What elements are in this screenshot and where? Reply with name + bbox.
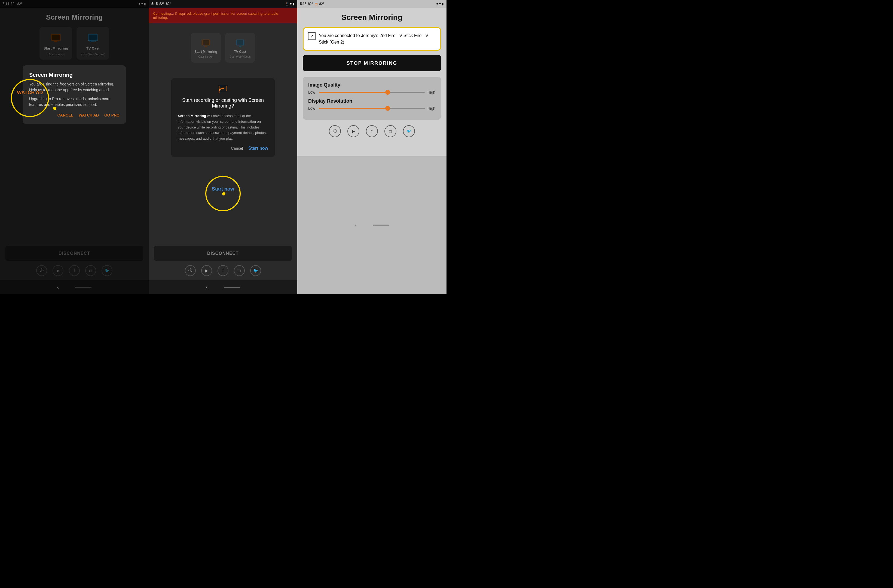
- display-resolution-fill: [319, 108, 388, 109]
- panel-2: 5:15 82° 82° 📱 ▾ ▮ Connecting... If requ…: [149, 0, 297, 294]
- instagram-icon-3[interactable]: ◻: [385, 125, 396, 137]
- cast-icon-status: ▤: [315, 2, 318, 6]
- cast-dialog-body: Screen Mirroring will have access to all…: [178, 113, 268, 141]
- facebook-icon-2[interactable]: f: [218, 265, 229, 276]
- display-resolution-slider-row: Low High: [308, 106, 436, 111]
- status-bar-2: 5:15 82° 82° 📱 ▾ ▮: [149, 0, 297, 8]
- social-icons-2: ⓘ ▶ f ◻ 🐦: [149, 263, 297, 278]
- svg-point-13: [219, 92, 220, 93]
- home-pill-2[interactable]: [224, 287, 240, 288]
- dr-high-label: High: [427, 106, 436, 111]
- p2-tvcast-label: TV Cast: [234, 50, 247, 54]
- p2-mirroring-label: Start Mirroring: [194, 50, 217, 54]
- p2-tvcast-icon: [235, 37, 245, 48]
- panel2-bg-icons: Start Mirroring Cast Screen TV Cast Cast…: [191, 33, 255, 63]
- image-quality-label: Image Quality: [308, 82, 436, 88]
- cancel-cast-button[interactable]: Cancel: [231, 146, 243, 150]
- instagram-icon-2[interactable]: ◻: [234, 265, 245, 276]
- wifi-icon-3: ▾: [436, 2, 438, 6]
- image-quality-track[interactable]: [319, 92, 425, 93]
- ad-dialog-body: You are using the free version of Screen…: [29, 81, 120, 93]
- nav-bar-3: ‹: [297, 156, 446, 294]
- temp-3b: 82°: [319, 2, 324, 6]
- image-quality-fill: [319, 92, 388, 93]
- svg-rect-8: [204, 46, 207, 47]
- social-icons-3: ⓘ ▶ f ◻ 🐦: [303, 125, 441, 137]
- ad-dialog-upgrade: Upgrading to Pro removes all ads, unlock…: [29, 96, 120, 108]
- p2-tvcast-sub: Cast Web Videos: [230, 55, 251, 58]
- yellow-dot-2: [222, 192, 226, 195]
- iq-low-label: Low: [308, 90, 316, 95]
- back-button-3[interactable]: ‹: [355, 223, 356, 228]
- phone-icon: 📱: [285, 2, 289, 6]
- signal-icon-3: ▾: [439, 2, 441, 6]
- stop-mirroring-label: STOP MIRRORING: [347, 60, 397, 66]
- iq-high-label: High: [427, 90, 436, 95]
- status-right-2: 📱 ▾ ▮: [285, 2, 295, 6]
- youtube-icon-2[interactable]: ▶: [201, 265, 212, 276]
- display-resolution-track[interactable]: [319, 108, 425, 109]
- ad-dialog: Screen Mirroring You are using the free …: [23, 65, 126, 124]
- p2-mirroring-sub: Cast Screen: [198, 55, 213, 58]
- status-bar-3: 5:15 82° ▤ 82° ▾ ▾ ▮: [297, 0, 446, 8]
- temp-2b: 82°: [166, 2, 171, 6]
- panel-3: 5:15 82° ▤ 82° ▾ ▾ ▮ Screen Mirroring ✓ …: [297, 0, 446, 294]
- p2-tvcast-card: TV Cast Cast Web Videos: [225, 33, 255, 63]
- status-left-3: 5:15 82° ▤ 82°: [300, 2, 324, 6]
- panel3-title: Screen Mirroring: [303, 13, 441, 22]
- facebook-icon-3[interactable]: f: [366, 125, 378, 137]
- cast-dialog: Start recording or casting with Screen M…: [171, 78, 275, 157]
- info-icon-2[interactable]: ⓘ: [185, 265, 196, 276]
- panel2-main: Start Mirroring Cast Screen TV Cast Cast…: [149, 23, 297, 246]
- cast-icon-container: [178, 84, 268, 94]
- start-now-button[interactable]: Start now: [248, 146, 268, 151]
- ad-dialog-title: Screen Mirroring: [29, 72, 120, 78]
- info-icon-3[interactable]: ⓘ: [329, 125, 341, 137]
- go-pro-button[interactable]: GO PRO: [104, 113, 120, 117]
- watch-ad-button[interactable]: WATCH AD: [79, 113, 99, 117]
- nav-bar-2: ‹: [149, 280, 297, 294]
- twitter-icon-2[interactable]: 🐦: [250, 265, 261, 276]
- panel3-content: Screen Mirroring ✓ You are connected to …: [297, 8, 446, 156]
- twitter-icon-3[interactable]: 🐦: [403, 125, 415, 137]
- connected-text: You are connected to Jeremy's 2nd Fire T…: [319, 32, 436, 45]
- disconnect-label-2: DISCONNECT: [207, 251, 239, 256]
- display-resolution-thumb[interactable]: [385, 106, 390, 111]
- cast-dialog-title: Start recording or casting with Screen M…: [178, 98, 268, 109]
- youtube-icon-3[interactable]: ▶: [347, 125, 359, 137]
- status-left-2: 5:15 82° 82°: [151, 2, 171, 6]
- cast-dialog-buttons: Cancel Start now: [178, 146, 268, 151]
- battery-icon-3: ▮: [442, 2, 444, 6]
- connected-card: ✓ You are connected to Jeremy's 2nd Fire…: [303, 27, 441, 51]
- image-quality-slider-row: Low High: [308, 90, 436, 95]
- wifi-icon-2: ▾: [290, 2, 292, 6]
- panel-1: 5:14 82° 82° ▾ ▾ ▮ Screen Mirroring Star…: [0, 0, 149, 294]
- dr-low-label: Low: [308, 106, 316, 111]
- p2-mirroring-icon: [200, 37, 211, 48]
- quality-card: Image Quality Low High Display Resolutio…: [303, 77, 441, 120]
- ad-dialog-overlay: Screen Mirroring You are using the free …: [0, 0, 149, 294]
- cast-icon-svg: [219, 84, 227, 93]
- temp-2a: 82°: [159, 2, 164, 6]
- display-resolution-label: Display Resolution: [308, 98, 436, 104]
- yellow-dot-1: [53, 107, 56, 110]
- image-quality-thumb[interactable]: [385, 90, 390, 95]
- cancel-button[interactable]: CANCEL: [57, 113, 73, 117]
- svg-rect-10: [237, 40, 243, 45]
- start-now-circle-label: Start now: [212, 186, 234, 192]
- connecting-header: Connecting... If required, please grant …: [149, 8, 297, 23]
- status-right-3: ▾ ▾ ▮: [436, 2, 444, 6]
- home-pill-3[interactable]: [373, 225, 389, 226]
- svg-rect-11: [239, 46, 242, 47]
- disconnect-button-2[interactable]: DISCONNECT: [154, 246, 292, 261]
- connected-check-icon: ✓: [308, 32, 316, 40]
- stop-mirroring-button[interactable]: STOP MIRRORING: [303, 55, 441, 71]
- ad-dialog-buttons: CANCEL WATCH AD GO PRO: [29, 113, 120, 117]
- battery-icon-2: ▮: [293, 2, 295, 6]
- back-button-2[interactable]: ‹: [206, 284, 207, 290]
- p2-mirroring-card: Start Mirroring Cast Screen: [191, 33, 221, 63]
- time-2: 5:15: [151, 2, 158, 6]
- cast-body-bold: Screen Mirroring: [178, 114, 206, 118]
- svg-rect-7: [203, 40, 209, 45]
- temp-3a: 82°: [308, 2, 313, 6]
